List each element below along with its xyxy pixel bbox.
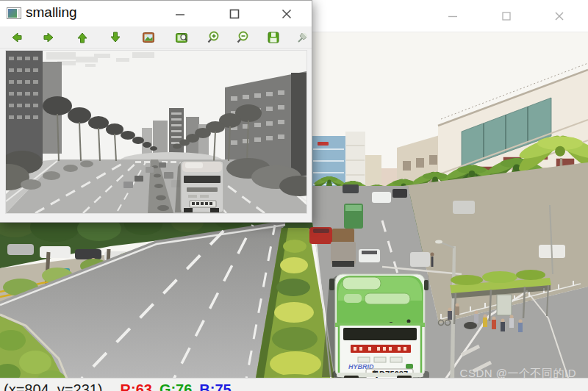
toolbar-save-button[interactable] — [265, 29, 282, 46]
smalling-titlebar[interactable]: smalling — [0, 1, 312, 27]
zoom-region-image-icon — [174, 30, 189, 45]
maximize-icon — [229, 8, 240, 20]
toolbar-zoom-out-button[interactable] — [234, 29, 251, 46]
close-icon — [281, 8, 293, 20]
sw-maximize-button[interactable] — [228, 7, 241, 21]
sw-minimize-button[interactable] — [173, 7, 187, 21]
zoom-in-magnifier-icon — [206, 30, 220, 45]
pixel-status-bar: (x=804, y=231)R:63G:76B:75 — [0, 378, 588, 391]
grayscale-street-photo[interactable] — [6, 51, 306, 213]
toolbar-pan-right-button[interactable] — [41, 29, 57, 46]
toolbar-pan-down-button[interactable] — [107, 29, 123, 46]
window-title: smalling — [26, 4, 77, 21]
pan-right-arrow-icon — [42, 30, 57, 45]
gs-bus — [175, 161, 223, 212]
save-floppy-icon — [266, 30, 281, 45]
minimize-icon — [174, 8, 186, 20]
close-icon — [553, 10, 565, 22]
toolbar-properties-button[interactable] — [295, 29, 311, 46]
bg-maximize-button[interactable] — [500, 10, 513, 23]
zoom-out-magnifier-icon — [235, 30, 250, 45]
zoom-original-image-icon — [141, 30, 156, 45]
properties-brush-icon — [295, 30, 310, 45]
pan-up-arrow-icon — [75, 30, 90, 45]
maximize-icon — [501, 10, 512, 22]
grayscale-street-scene — [6, 51, 306, 213]
bg-minimize-button[interactable] — [446, 10, 459, 23]
image-thumbnail-icon — [7, 7, 21, 23]
toolbar-zoom-original-button[interactable] — [140, 29, 157, 46]
pan-left-arrow-icon — [9, 30, 24, 45]
blue-channel-value: B:75 — [199, 381, 231, 391]
cursor-coordinates: (x=804, y=231) — [4, 381, 103, 391]
bg-close-button[interactable] — [553, 10, 566, 23]
smalling-toolbar — [0, 26, 312, 49]
toolbar-zoom-in-button[interactable] — [205, 29, 221, 46]
pan-down-arrow-icon — [108, 30, 123, 45]
red-channel-value: R:63 — [121, 381, 152, 391]
screenshot-stage: HYBRID 粤DZ5287 CSDN @一个不同的ID (x=804, y=2… — [0, 0, 588, 391]
toolbar-zoom-region-button[interactable] — [173, 29, 190, 46]
minimize-icon — [447, 10, 459, 22]
smalling-window: smalling — [0, 0, 312, 223]
green-bus: HYBRID 粤DZ5287 — [322, 274, 429, 379]
toolbar-pan-left-button[interactable] — [8, 29, 24, 46]
toolbar-pan-up-button[interactable] — [74, 29, 90, 46]
sw-close-button[interactable] — [280, 7, 293, 21]
green-channel-value: G:76 — [159, 381, 192, 391]
